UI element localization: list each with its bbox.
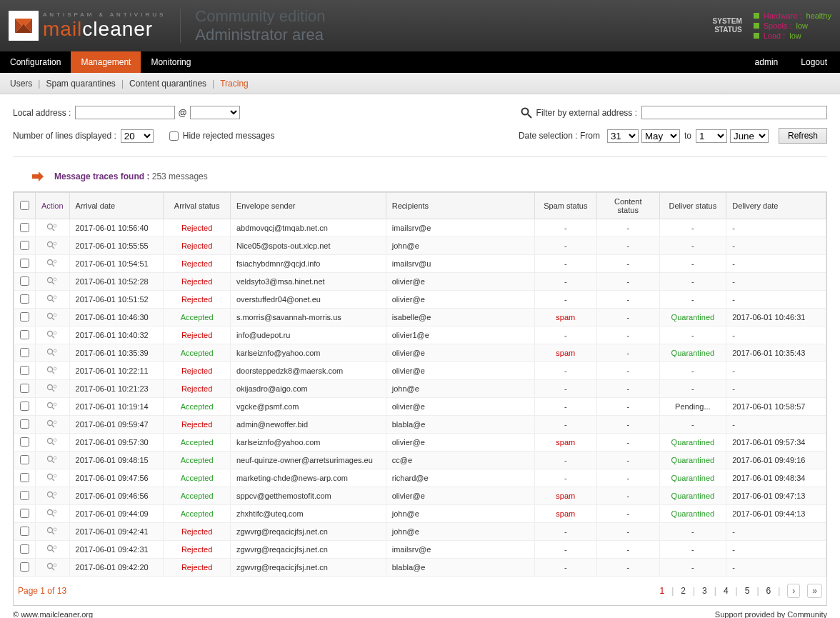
- refresh-button[interactable]: Refresh: [779, 128, 827, 144]
- magnifier-icon[interactable]: [46, 564, 58, 573]
- row-checkbox[interactable]: [20, 294, 29, 304]
- col-content-status[interactable]: Content status: [597, 193, 660, 219]
- magnifier-icon[interactable]: [46, 243, 58, 251]
- last-page-icon[interactable]: »: [807, 584, 822, 598]
- local-address-input[interactable]: [75, 106, 175, 119]
- external-address-input[interactable]: [641, 106, 827, 119]
- svg-point-12: [48, 260, 53, 265]
- svg-point-8: [54, 224, 56, 227]
- svg-point-30: [48, 367, 53, 372]
- from-day-select[interactable]: 31: [607, 129, 639, 143]
- row-checkbox[interactable]: [20, 348, 29, 357]
- lines-select[interactable]: 20: [121, 129, 154, 143]
- page-6[interactable]: 6: [766, 586, 771, 596]
- magnifier-icon[interactable]: [46, 296, 58, 305]
- traces-table-wrap: Action Arrival date Arrival status Envel…: [13, 191, 827, 606]
- row-checkbox[interactable]: [20, 473, 29, 482]
- col-arrival-status[interactable]: Arrival status: [164, 193, 231, 219]
- magnifier-icon[interactable]: [46, 350, 58, 359]
- row-checkbox[interactable]: [20, 241, 29, 250]
- row-checkbox[interactable]: [20, 419, 29, 429]
- row-checkbox[interactable]: [20, 223, 29, 232]
- table-row: 2017-06-01 09:46:56 Accepted sppcv@getth…: [14, 487, 826, 505]
- row-checkbox[interactable]: [20, 527, 29, 536]
- row-checkbox[interactable]: [20, 312, 29, 322]
- page-5[interactable]: 5: [745, 586, 750, 596]
- col-action[interactable]: Action: [36, 193, 70, 219]
- svg-line-40: [52, 425, 54, 427]
- page-1[interactable]: 1: [659, 586, 664, 596]
- svg-point-27: [48, 349, 53, 354]
- nav-management[interactable]: Management: [71, 51, 141, 73]
- magnifier-icon[interactable]: [46, 422, 58, 430]
- svg-point-53: [54, 492, 56, 495]
- svg-point-32: [54, 367, 56, 370]
- nav-configuration[interactable]: Configuration: [0, 51, 71, 73]
- row-checkbox[interactable]: [20, 259, 29, 268]
- page-3[interactable]: 3: [702, 586, 707, 596]
- page-2[interactable]: 2: [681, 586, 686, 596]
- magnifier-icon[interactable]: [46, 439, 58, 448]
- row-checkbox[interactable]: [20, 276, 29, 286]
- row-checkbox[interactable]: [20, 562, 29, 572]
- table-row: 2017-06-01 09:57:30 Accepted karlseiznfo…: [14, 434, 826, 452]
- svg-line-28: [52, 354, 54, 356]
- subnav-spam-quarantines[interactable]: Spam quarantines: [46, 79, 115, 89]
- next-page-icon[interactable]: ›: [787, 584, 800, 598]
- nav-monitoring[interactable]: Monitoring: [141, 51, 201, 73]
- site-link[interactable]: © www.mailcleaner.org: [13, 610, 93, 618]
- col-delivery-date[interactable]: Delivery date: [726, 193, 826, 219]
- magnifier-icon[interactable]: [46, 261, 58, 269]
- svg-point-21: [48, 314, 53, 319]
- svg-line-64: [52, 568, 54, 570]
- row-checkbox[interactable]: [20, 544, 29, 554]
- select-all-checkbox[interactable]: [20, 201, 29, 210]
- magnifier-icon[interactable]: [46, 547, 58, 555]
- magnifier-icon[interactable]: [46, 493, 58, 502]
- magnifier-icon[interactable]: [46, 511, 58, 519]
- table-row: 2017-06-01 10:51:52 Rejected overstuffed…: [14, 291, 826, 309]
- to-month-select[interactable]: June: [730, 129, 769, 143]
- magnifier-icon[interactable]: [46, 314, 58, 323]
- row-checkbox[interactable]: [20, 384, 29, 393]
- magnifier-icon[interactable]: [46, 457, 58, 466]
- row-checkbox[interactable]: [20, 509, 29, 518]
- svg-line-55: [52, 514, 54, 517]
- row-checkbox[interactable]: [20, 455, 29, 464]
- col-arrival-date[interactable]: Arrival date: [69, 193, 164, 219]
- hide-rejected-checkbox[interactable]: [169, 131, 179, 141]
- to-day-select[interactable]: 1: [696, 129, 727, 143]
- domain-select[interactable]: [190, 106, 240, 119]
- row-checkbox[interactable]: [20, 491, 29, 500]
- subnav-content-quarantines[interactable]: Content quarantines: [129, 79, 206, 89]
- row-checkbox[interactable]: [20, 330, 29, 339]
- col-spam-status[interactable]: Spam status: [534, 193, 596, 219]
- magnifier-icon[interactable]: [46, 475, 58, 484]
- svg-line-25: [52, 336, 54, 338]
- magnifier-icon[interactable]: [46, 529, 58, 537]
- svg-point-59: [54, 528, 56, 531]
- subnav-tracing[interactable]: Tracing: [220, 79, 249, 89]
- col-sender[interactable]: Envelope sender: [230, 193, 386, 219]
- row-checkbox[interactable]: [20, 437, 29, 447]
- status-dot-icon: [754, 23, 759, 29]
- magnifier-icon[interactable]: [46, 386, 58, 394]
- subnav-users[interactable]: Users: [10, 79, 32, 89]
- page-4[interactable]: 4: [724, 586, 729, 596]
- svg-point-56: [54, 510, 56, 513]
- from-month-select[interactable]: May: [641, 129, 680, 143]
- magnifier-icon[interactable]: [46, 404, 58, 412]
- logout-link[interactable]: Logout: [788, 57, 840, 67]
- magnifier-icon[interactable]: [46, 368, 58, 377]
- svg-line-49: [52, 479, 54, 481]
- magnifier-icon[interactable]: [46, 225, 58, 234]
- current-user[interactable]: admin: [745, 57, 789, 67]
- row-checkbox[interactable]: [20, 402, 29, 411]
- col-deliver-status[interactable]: Deliver status: [659, 193, 726, 219]
- col-recipients[interactable]: Recipients: [386, 193, 534, 219]
- support-link[interactable]: Support provided by Community: [715, 610, 827, 618]
- svg-point-60: [48, 546, 53, 551]
- row-checkbox[interactable]: [20, 366, 29, 375]
- magnifier-icon[interactable]: [46, 332, 58, 341]
- magnifier-icon[interactable]: [46, 279, 58, 287]
